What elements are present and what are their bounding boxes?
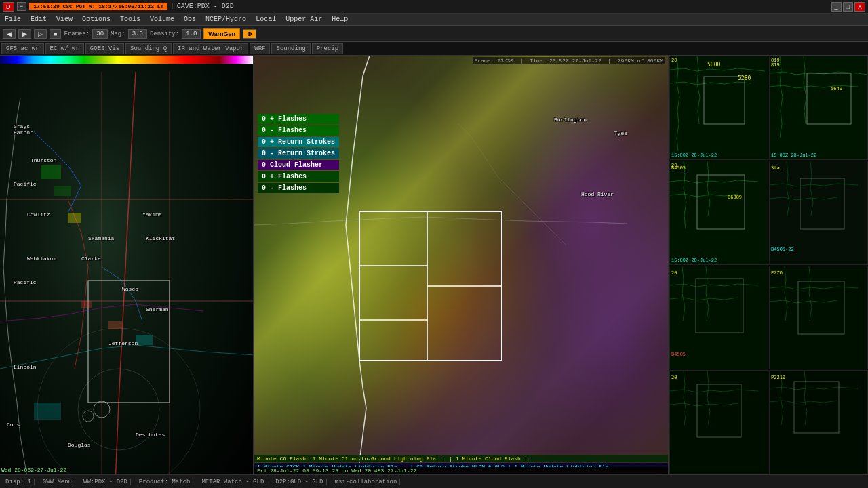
mini-map-time-1: 15:00Z 28-Jul-22 <box>671 152 717 158</box>
play-btn[interactable]: ▷ <box>34 29 47 39</box>
svg-rect-19 <box>359 320 427 361</box>
mini-svg-8: P2210 <box>770 371 867 474</box>
svg-rect-11 <box>68 213 81 223</box>
tab-bar: GFS ac wrEC w/ wrGOES VisSounding QIR an… <box>0 42 868 56</box>
tab-1[interactable]: EC w/ wr <box>45 43 84 54</box>
place-yakima: Yakima <box>142 211 162 218</box>
menu-btn[interactable]: ≡ <box>17 2 27 11</box>
tab-5[interactable]: WRF <box>250 43 270 54</box>
mini-map-7[interactable]: 20 <box>669 370 768 474</box>
density-value[interactable]: 1.0 <box>182 29 201 39</box>
tab-6[interactable]: Sounding <box>271 43 310 54</box>
svg-text:5000: 5000 <box>707 62 720 68</box>
place-deschutes: Deschutes <box>136 432 165 438</box>
svg-rect-14 <box>136 335 153 345</box>
svg-text:PZZO: PZZO <box>771 270 783 276</box>
svg-rect-22 <box>704 77 745 124</box>
status-bar: Disp: 1 GWW Menu WW:PDX - D2D Product: M… <box>0 474 868 488</box>
place-pacific: Pacific <box>14 181 37 187</box>
place-douglas: Douglas <box>68 442 91 448</box>
menu-item-tools[interactable]: Tools <box>118 16 142 23</box>
lightning-row-2: 0 - Flashes <box>258 125 339 136</box>
alert-scroll-1: Minute CG Flash: 1 Minute Cloud-to-Groun… <box>254 455 668 462</box>
svg-text:5640: 5640 <box>831 86 842 92</box>
mini-map-8[interactable]: P2210 <box>769 370 868 474</box>
place-pacific2: Pacific <box>14 279 37 285</box>
mini-map-2[interactable]: 819 5640 819 15:00Z 28-Jul-22 <box>769 56 868 160</box>
mini-map-1[interactable]: 5000 5280 20 15:00Z 28-Jul-22 <box>669 56 768 160</box>
center-place-burlington: Burlington <box>554 117 587 123</box>
tab-3[interactable]: Sounding Q <box>125 43 172 54</box>
density-label: Density: <box>150 30 179 37</box>
menu-item-view[interactable]: View <box>54 16 75 23</box>
app-icon[interactable]: D <box>3 2 14 12</box>
svg-rect-28 <box>697 175 745 229</box>
menu-item-local[interactable]: Local <box>254 16 278 23</box>
svg-text:P2210: P2210 <box>771 375 785 380</box>
mini-svg-3: B4505 B6009 <box>670 161 768 264</box>
warngen-button[interactable]: WarnGen <box>203 28 240 39</box>
right-panel: 5000 5280 20 15:00Z 28-Jul-22 819 5 <box>668 56 868 474</box>
fwd-btn[interactable]: ▶ <box>18 29 31 39</box>
svg-text:Sta.: Sta. <box>771 165 783 171</box>
place-thurston: Thurston <box>31 157 56 163</box>
menu-item-upper air[interactable]: Upper Air <box>283 16 324 23</box>
menu-item-help[interactable]: Help <box>330 16 350 23</box>
mini-svg-5: 20 B4505 <box>670 266 768 369</box>
back-btn[interactable]: ◀ <box>3 29 16 39</box>
main-area: GraysHarbor Thurston Pacific Cowlitz Yak… <box>0 56 868 474</box>
svg-rect-18 <box>359 266 427 320</box>
place-klickitat: Klickitat <box>146 235 175 241</box>
mini-map-4[interactable]: Sta. B4505-22 <box>769 161 868 265</box>
extra-button[interactable]: ⊕ <box>243 29 256 39</box>
mini-map-label-2: 819 <box>771 58 780 63</box>
tab-2[interactable]: GOES Vis <box>85 43 124 54</box>
status-gww[interactable]: GWW Menu <box>40 479 75 485</box>
svg-rect-39 <box>697 384 741 437</box>
tab-7[interactable]: Precip <box>312 43 343 54</box>
place-cowlitz: Cowlitz <box>27 211 50 218</box>
svg-rect-37 <box>798 281 844 334</box>
mag-value[interactable]: 3.0 <box>128 29 147 39</box>
menu-item-ncep/hydro[interactable]: NCEP/Hydro <box>203 16 248 23</box>
svg-text:819: 819 <box>771 62 780 68</box>
svg-rect-9 <box>41 165 61 179</box>
maximize-btn[interactable]: □ <box>843 2 853 12</box>
lightning-row-4: 0 - Return Strokes <box>258 148 339 159</box>
color-bar <box>0 56 253 64</box>
frames-value[interactable]: 30 <box>92 29 108 39</box>
menu-item-obs[interactable]: Obs <box>182 16 198 23</box>
svg-text:B4505: B4505 <box>671 352 686 357</box>
place-sherman: Sherman <box>146 306 169 312</box>
lightning-row-3: 0 + Return Strokes <box>258 137 339 147</box>
mini-map-label-3: 20 <box>671 163 677 168</box>
svg-rect-21 <box>427 286 502 361</box>
svg-rect-12 <box>81 301 92 308</box>
mini-map-label-1: 20 <box>671 58 677 63</box>
mini-map-6[interactable]: PZZO <box>769 266 868 370</box>
menu-item-edit[interactable]: Edit <box>28 16 49 23</box>
status-ww[interactable]: WW:PDX - D2D <box>81 479 131 485</box>
radar-panel[interactable]: GraysHarbor Thurston Pacific Cowlitz Yak… <box>0 56 254 474</box>
mini-map-time-3: 15:00Z 28-Jul-22 <box>671 258 717 263</box>
mini-map-3[interactable]: B4505 B6009 20 15:00Z 28-Jul-22 <box>669 161 768 265</box>
menu-item-options[interactable]: Options <box>80 16 113 23</box>
place-wahkiakum: Wahkiakum <box>27 256 56 262</box>
mag-label: Mag: <box>111 30 125 37</box>
mini-svg-2: 819 5640 <box>770 56 867 159</box>
menu-item-file[interactable]: File <box>3 16 23 23</box>
place-jefferson: Jefferson <box>108 340 138 346</box>
lightning-row-5: 0 Cloud Flasher <box>258 160 339 170</box>
minimize-btn[interactable]: _ <box>831 2 842 12</box>
tab-4[interactable]: IR and Water Vapor <box>173 43 248 54</box>
tab-0[interactable]: GFS ac wr <box>1 43 44 54</box>
stop-btn[interactable]: ■ <box>50 29 61 39</box>
mini-svg-7: 20 <box>670 371 768 474</box>
satellite-panel[interactable]: 0 + Flashes 0 - Flashes 0 + Return Strok… <box>254 56 668 474</box>
place-wasco: Wasco <box>122 286 138 292</box>
status-disp: Disp: 1 <box>3 479 35 485</box>
mini-map-5[interactable]: 20 B4505 <box>669 266 768 370</box>
svg-rect-25 <box>807 73 851 124</box>
menu-item-volume[interactable]: Volume <box>148 16 176 23</box>
close-btn[interactable]: X <box>854 2 865 12</box>
